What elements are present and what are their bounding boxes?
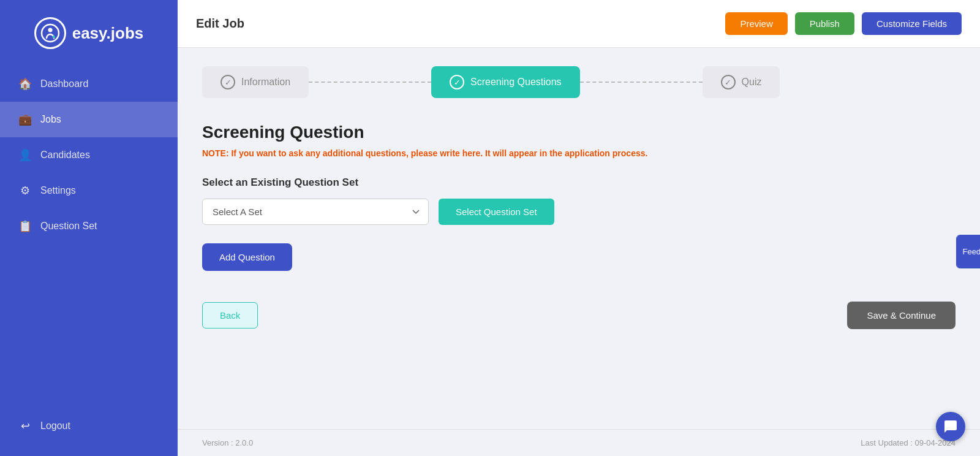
sidebar-item-question-set[interactable]: 📋 Question Set [0, 208, 178, 244]
svg-point-1 [48, 28, 52, 32]
check-icon-quiz: ✓ [721, 75, 736, 89]
logo-text: easy.jobs [72, 24, 144, 43]
note-text: If you want to ask any additional questi… [231, 148, 647, 158]
check-icon-screening: ✓ [450, 75, 464, 89]
main-content: Edit Job Preview Publish Customize Field… [178, 0, 980, 456]
step-screening-label: Screening Questions [470, 77, 562, 88]
sidebar-nav: 🏠 Dashboard 💼 Jobs 👤 Candidates ⚙ Settin… [0, 66, 178, 456]
step-connector-2 [580, 82, 703, 83]
sidebar-item-jobs[interactable]: 💼 Jobs [0, 102, 178, 137]
sidebar-item-label: Jobs [40, 114, 61, 125]
logout-item[interactable]: ↩ Logout [0, 408, 178, 444]
save-continue-button[interactable]: Save & Continue [847, 302, 956, 329]
step-quiz[interactable]: ✓ Quiz [703, 66, 780, 98]
steps-bar: ✓ Information ✓ Screening Questions ✓ Qu… [202, 66, 956, 98]
back-button[interactable]: Back [202, 302, 258, 329]
feedback-tab[interactable]: Feedback [956, 235, 980, 268]
select-question-set-button[interactable]: Select Question Set [439, 199, 554, 225]
select-set-dropdown[interactable]: Select A Set [202, 199, 429, 225]
section-title: Screening Question [202, 123, 956, 142]
logo-icon [34, 17, 66, 49]
sidebar-item-label: Question Set [40, 221, 97, 232]
check-icon-information: ✓ [221, 75, 235, 89]
home-icon: 🏠 [18, 77, 32, 91]
sidebar-logo: easy.jobs [0, 0, 178, 66]
customize-fields-button[interactable]: Customize Fields [862, 12, 962, 35]
question-set-label: Select an Existing Question Set [202, 177, 956, 189]
page-title: Edit Job [196, 17, 244, 31]
settings-icon: ⚙ [18, 184, 32, 197]
question-set-icon: 📋 [18, 219, 32, 233]
note-label: NOTE: [202, 148, 229, 158]
jobs-icon: 💼 [18, 113, 32, 126]
last-updated-text: Last Updated : 09-04-2024 [861, 438, 956, 447]
sidebar-item-label: Settings [40, 185, 76, 196]
topbar-actions: Preview Publish Customize Fields [725, 12, 962, 35]
step-screening-questions[interactable]: ✓ Screening Questions [431, 66, 580, 98]
sidebar-item-settings[interactable]: ⚙ Settings [0, 173, 178, 208]
content-area: ✓ Information ✓ Screening Questions ✓ Qu… [178, 48, 980, 429]
footer-actions: Back Save & Continue [202, 295, 956, 329]
sidebar-item-label: Candidates [40, 150, 90, 161]
step-connector-1 [309, 82, 431, 83]
svg-point-0 [42, 25, 59, 42]
step-information[interactable]: ✓ Information [202, 66, 309, 98]
sidebar-item-candidates[interactable]: 👤 Candidates [0, 137, 178, 173]
topbar: Edit Job Preview Publish Customize Field… [178, 0, 980, 48]
logout-label: Logout [40, 420, 70, 431]
question-set-row: Select A Set Select Question Set [202, 199, 956, 225]
logout-icon: ↩ [18, 419, 32, 433]
sidebar-item-dashboard[interactable]: 🏠 Dashboard [0, 66, 178, 102]
publish-button[interactable]: Publish [795, 12, 854, 35]
sidebar: easy.jobs 🏠 Dashboard 💼 Jobs 👤 Candidate… [0, 0, 178, 456]
preview-button[interactable]: Preview [725, 12, 787, 35]
candidates-icon: 👤 [18, 148, 32, 162]
page-footer: Version : 2.0.0 Last Updated : 09-04-202… [178, 429, 980, 456]
section-note: NOTE: If you want to ask any additional … [202, 148, 956, 158]
version-text: Version : 2.0.0 [202, 438, 253, 447]
add-question-button[interactable]: Add Question [202, 243, 292, 271]
sidebar-item-label: Dashboard [40, 78, 88, 89]
chat-button[interactable] [936, 412, 965, 441]
svg-point-2 [53, 36, 55, 38]
step-quiz-label: Quiz [742, 77, 762, 88]
step-information-label: Information [241, 77, 290, 88]
